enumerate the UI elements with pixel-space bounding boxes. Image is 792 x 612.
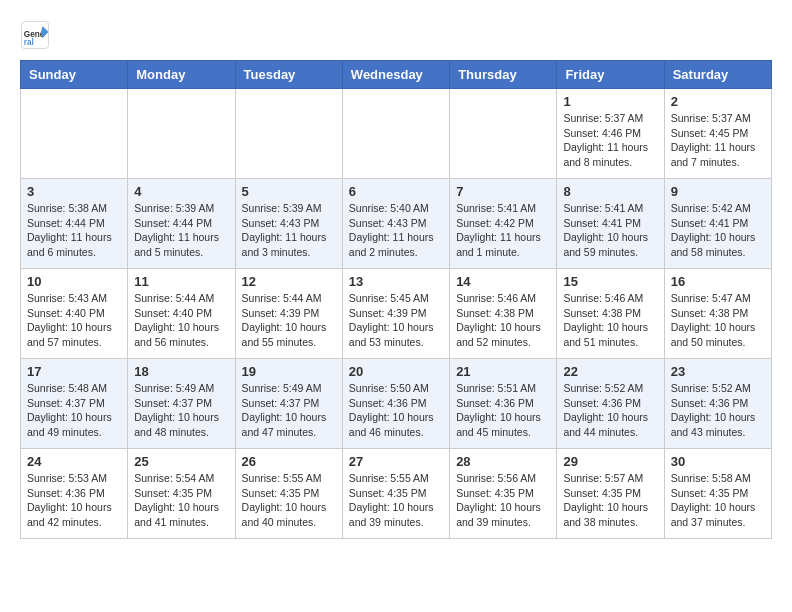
calendar-cell: 20Sunrise: 5:50 AM Sunset: 4:36 PM Dayli… bbox=[342, 359, 449, 449]
calendar-cell: 27Sunrise: 5:55 AM Sunset: 4:35 PM Dayli… bbox=[342, 449, 449, 539]
calendar-cell: 26Sunrise: 5:55 AM Sunset: 4:35 PM Dayli… bbox=[235, 449, 342, 539]
day-info: Sunrise: 5:40 AM Sunset: 4:43 PM Dayligh… bbox=[349, 201, 443, 260]
week-row-3: 10Sunrise: 5:43 AM Sunset: 4:40 PM Dayli… bbox=[21, 269, 772, 359]
calendar-cell: 8Sunrise: 5:41 AM Sunset: 4:41 PM Daylig… bbox=[557, 179, 664, 269]
calendar-cell: 9Sunrise: 5:42 AM Sunset: 4:41 PM Daylig… bbox=[664, 179, 771, 269]
day-info: Sunrise: 5:48 AM Sunset: 4:37 PM Dayligh… bbox=[27, 381, 121, 440]
day-header-sunday: Sunday bbox=[21, 61, 128, 89]
day-info: Sunrise: 5:49 AM Sunset: 4:37 PM Dayligh… bbox=[242, 381, 336, 440]
week-row-5: 24Sunrise: 5:53 AM Sunset: 4:36 PM Dayli… bbox=[21, 449, 772, 539]
day-number: 5 bbox=[242, 184, 336, 199]
day-info: Sunrise: 5:55 AM Sunset: 4:35 PM Dayligh… bbox=[349, 471, 443, 530]
calendar-cell: 18Sunrise: 5:49 AM Sunset: 4:37 PM Dayli… bbox=[128, 359, 235, 449]
day-info: Sunrise: 5:37 AM Sunset: 4:46 PM Dayligh… bbox=[563, 111, 657, 170]
day-header-friday: Friday bbox=[557, 61, 664, 89]
calendar-cell: 25Sunrise: 5:54 AM Sunset: 4:35 PM Dayli… bbox=[128, 449, 235, 539]
calendar-cell: 29Sunrise: 5:57 AM Sunset: 4:35 PM Dayli… bbox=[557, 449, 664, 539]
day-number: 27 bbox=[349, 454, 443, 469]
day-number: 17 bbox=[27, 364, 121, 379]
day-info: Sunrise: 5:46 AM Sunset: 4:38 PM Dayligh… bbox=[563, 291, 657, 350]
day-info: Sunrise: 5:55 AM Sunset: 4:35 PM Dayligh… bbox=[242, 471, 336, 530]
day-info: Sunrise: 5:38 AM Sunset: 4:44 PM Dayligh… bbox=[27, 201, 121, 260]
day-number: 2 bbox=[671, 94, 765, 109]
day-number: 18 bbox=[134, 364, 228, 379]
day-header-wednesday: Wednesday bbox=[342, 61, 449, 89]
day-info: Sunrise: 5:41 AM Sunset: 4:41 PM Dayligh… bbox=[563, 201, 657, 260]
week-row-4: 17Sunrise: 5:48 AM Sunset: 4:37 PM Dayli… bbox=[21, 359, 772, 449]
calendar-cell: 1Sunrise: 5:37 AM Sunset: 4:46 PM Daylig… bbox=[557, 89, 664, 179]
day-info: Sunrise: 5:39 AM Sunset: 4:43 PM Dayligh… bbox=[242, 201, 336, 260]
day-number: 25 bbox=[134, 454, 228, 469]
day-header-thursday: Thursday bbox=[450, 61, 557, 89]
day-number: 24 bbox=[27, 454, 121, 469]
day-number: 3 bbox=[27, 184, 121, 199]
day-number: 8 bbox=[563, 184, 657, 199]
calendar-cell: 4Sunrise: 5:39 AM Sunset: 4:44 PM Daylig… bbox=[128, 179, 235, 269]
day-header-monday: Monday bbox=[128, 61, 235, 89]
day-number: 6 bbox=[349, 184, 443, 199]
day-number: 23 bbox=[671, 364, 765, 379]
days-header-row: SundayMondayTuesdayWednesdayThursdayFrid… bbox=[21, 61, 772, 89]
calendar-cell: 5Sunrise: 5:39 AM Sunset: 4:43 PM Daylig… bbox=[235, 179, 342, 269]
calendar-cell bbox=[235, 89, 342, 179]
day-number: 15 bbox=[563, 274, 657, 289]
day-number: 7 bbox=[456, 184, 550, 199]
day-info: Sunrise: 5:43 AM Sunset: 4:40 PM Dayligh… bbox=[27, 291, 121, 350]
day-number: 1 bbox=[563, 94, 657, 109]
calendar-cell: 12Sunrise: 5:44 AM Sunset: 4:39 PM Dayli… bbox=[235, 269, 342, 359]
logo: Gene ral bbox=[20, 20, 54, 50]
day-info: Sunrise: 5:44 AM Sunset: 4:39 PM Dayligh… bbox=[242, 291, 336, 350]
calendar-cell: 7Sunrise: 5:41 AM Sunset: 4:42 PM Daylig… bbox=[450, 179, 557, 269]
calendar-cell bbox=[450, 89, 557, 179]
day-number: 20 bbox=[349, 364, 443, 379]
calendar-cell: 14Sunrise: 5:46 AM Sunset: 4:38 PM Dayli… bbox=[450, 269, 557, 359]
calendar-cell: 30Sunrise: 5:58 AM Sunset: 4:35 PM Dayli… bbox=[664, 449, 771, 539]
day-info: Sunrise: 5:42 AM Sunset: 4:41 PM Dayligh… bbox=[671, 201, 765, 260]
day-header-saturday: Saturday bbox=[664, 61, 771, 89]
day-number: 9 bbox=[671, 184, 765, 199]
calendar-cell: 13Sunrise: 5:45 AM Sunset: 4:39 PM Dayli… bbox=[342, 269, 449, 359]
day-header-tuesday: Tuesday bbox=[235, 61, 342, 89]
calendar-cell: 2Sunrise: 5:37 AM Sunset: 4:45 PM Daylig… bbox=[664, 89, 771, 179]
calendar-cell: 21Sunrise: 5:51 AM Sunset: 4:36 PM Dayli… bbox=[450, 359, 557, 449]
day-number: 26 bbox=[242, 454, 336, 469]
calendar-cell: 3Sunrise: 5:38 AM Sunset: 4:44 PM Daylig… bbox=[21, 179, 128, 269]
calendar-cell: 22Sunrise: 5:52 AM Sunset: 4:36 PM Dayli… bbox=[557, 359, 664, 449]
day-info: Sunrise: 5:51 AM Sunset: 4:36 PM Dayligh… bbox=[456, 381, 550, 440]
logo-icon: Gene ral bbox=[20, 20, 50, 50]
day-info: Sunrise: 5:56 AM Sunset: 4:35 PM Dayligh… bbox=[456, 471, 550, 530]
day-info: Sunrise: 5:41 AM Sunset: 4:42 PM Dayligh… bbox=[456, 201, 550, 260]
day-number: 12 bbox=[242, 274, 336, 289]
day-number: 13 bbox=[349, 274, 443, 289]
day-number: 29 bbox=[563, 454, 657, 469]
day-number: 30 bbox=[671, 454, 765, 469]
day-number: 16 bbox=[671, 274, 765, 289]
calendar-cell: 17Sunrise: 5:48 AM Sunset: 4:37 PM Dayli… bbox=[21, 359, 128, 449]
calendar-cell: 15Sunrise: 5:46 AM Sunset: 4:38 PM Dayli… bbox=[557, 269, 664, 359]
day-info: Sunrise: 5:49 AM Sunset: 4:37 PM Dayligh… bbox=[134, 381, 228, 440]
page-header: Gene ral bbox=[20, 20, 772, 50]
calendar-cell: 23Sunrise: 5:52 AM Sunset: 4:36 PM Dayli… bbox=[664, 359, 771, 449]
day-number: 22 bbox=[563, 364, 657, 379]
day-number: 14 bbox=[456, 274, 550, 289]
calendar-cell: 10Sunrise: 5:43 AM Sunset: 4:40 PM Dayli… bbox=[21, 269, 128, 359]
day-info: Sunrise: 5:58 AM Sunset: 4:35 PM Dayligh… bbox=[671, 471, 765, 530]
day-info: Sunrise: 5:37 AM Sunset: 4:45 PM Dayligh… bbox=[671, 111, 765, 170]
week-row-2: 3Sunrise: 5:38 AM Sunset: 4:44 PM Daylig… bbox=[21, 179, 772, 269]
calendar-cell: 19Sunrise: 5:49 AM Sunset: 4:37 PM Dayli… bbox=[235, 359, 342, 449]
day-number: 21 bbox=[456, 364, 550, 379]
day-number: 11 bbox=[134, 274, 228, 289]
svg-text:ral: ral bbox=[24, 38, 34, 47]
calendar-cell: 6Sunrise: 5:40 AM Sunset: 4:43 PM Daylig… bbox=[342, 179, 449, 269]
calendar-cell bbox=[342, 89, 449, 179]
day-info: Sunrise: 5:52 AM Sunset: 4:36 PM Dayligh… bbox=[563, 381, 657, 440]
day-info: Sunrise: 5:50 AM Sunset: 4:36 PM Dayligh… bbox=[349, 381, 443, 440]
calendar-cell: 11Sunrise: 5:44 AM Sunset: 4:40 PM Dayli… bbox=[128, 269, 235, 359]
day-info: Sunrise: 5:45 AM Sunset: 4:39 PM Dayligh… bbox=[349, 291, 443, 350]
calendar-cell: 28Sunrise: 5:56 AM Sunset: 4:35 PM Dayli… bbox=[450, 449, 557, 539]
day-number: 28 bbox=[456, 454, 550, 469]
day-info: Sunrise: 5:53 AM Sunset: 4:36 PM Dayligh… bbox=[27, 471, 121, 530]
calendar-table: SundayMondayTuesdayWednesdayThursdayFrid… bbox=[20, 60, 772, 539]
day-info: Sunrise: 5:52 AM Sunset: 4:36 PM Dayligh… bbox=[671, 381, 765, 440]
day-number: 10 bbox=[27, 274, 121, 289]
